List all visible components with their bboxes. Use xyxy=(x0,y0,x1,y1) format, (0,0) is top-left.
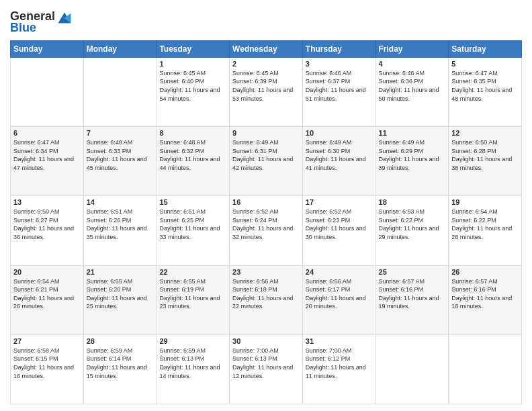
day-info: Sunrise: 6:45 AM Sunset: 6:40 PM Dayligh… xyxy=(159,69,226,103)
calendar-cell xyxy=(11,57,84,126)
day-info: Sunrise: 6:58 AM Sunset: 6:15 PM Dayligh… xyxy=(13,347,81,380)
day-number: 9 xyxy=(232,129,300,137)
day-number: 31 xyxy=(306,337,373,345)
calendar-cell: 23Sunrise: 6:56 AM Sunset: 6:18 PM Dayli… xyxy=(230,265,303,334)
day-info: Sunrise: 7:00 AM Sunset: 6:13 PM Dayligh… xyxy=(232,347,300,380)
day-number: 3 xyxy=(306,60,373,68)
day-number: 25 xyxy=(379,268,446,276)
page: General Blue SundayMondayTuesdayWednesda… xyxy=(0,0,532,411)
day-number: 14 xyxy=(87,198,154,206)
weekday-header: Wednesday xyxy=(230,40,303,57)
day-info: Sunrise: 6:59 AM Sunset: 6:13 PM Dayligh… xyxy=(159,347,226,380)
day-info: Sunrise: 6:48 AM Sunset: 6:33 PM Dayligh… xyxy=(87,138,154,172)
day-number: 16 xyxy=(232,198,300,206)
calendar-cell xyxy=(83,57,157,126)
day-info: Sunrise: 6:51 AM Sunset: 6:25 PM Dayligh… xyxy=(159,208,226,241)
day-info: Sunrise: 6:56 AM Sunset: 6:18 PM Dayligh… xyxy=(232,277,300,311)
calendar-cell: 27Sunrise: 6:58 AM Sunset: 6:15 PM Dayli… xyxy=(11,334,84,404)
day-number: 1 xyxy=(159,60,226,68)
day-info: Sunrise: 6:53 AM Sunset: 6:22 PM Dayligh… xyxy=(379,208,446,241)
day-number: 22 xyxy=(159,268,226,276)
day-number: 12 xyxy=(451,129,519,137)
day-info: Sunrise: 6:57 AM Sunset: 6:16 PM Dayligh… xyxy=(451,277,519,311)
calendar-cell: 3Sunrise: 6:46 AM Sunset: 6:37 PM Daylig… xyxy=(302,57,375,126)
day-info: Sunrise: 6:50 AM Sunset: 6:27 PM Dayligh… xyxy=(13,208,81,241)
calendar-cell: 16Sunrise: 6:52 AM Sunset: 6:24 PM Dayli… xyxy=(230,196,303,265)
calendar-cell: 1Sunrise: 6:45 AM Sunset: 6:40 PM Daylig… xyxy=(157,57,230,126)
calendar-week-row: 6Sunrise: 6:47 AM Sunset: 6:34 PM Daylig… xyxy=(11,127,522,196)
day-info: Sunrise: 6:51 AM Sunset: 6:26 PM Dayligh… xyxy=(87,208,154,241)
day-number: 5 xyxy=(451,60,519,68)
day-number: 11 xyxy=(379,129,446,137)
day-info: Sunrise: 6:49 AM Sunset: 6:29 PM Dayligh… xyxy=(379,138,446,172)
day-info: Sunrise: 6:47 AM Sunset: 6:34 PM Dayligh… xyxy=(13,138,81,172)
day-number: 29 xyxy=(159,337,226,345)
weekday-header: Thursday xyxy=(302,40,375,57)
calendar-cell: 25Sunrise: 6:57 AM Sunset: 6:16 PM Dayli… xyxy=(375,265,449,334)
day-number: 30 xyxy=(232,337,300,345)
calendar-cell: 31Sunrise: 7:00 AM Sunset: 6:12 PM Dayli… xyxy=(302,334,375,404)
calendar-cell xyxy=(449,334,522,404)
day-info: Sunrise: 6:52 AM Sunset: 6:24 PM Dayligh… xyxy=(232,208,300,241)
calendar-week-row: 27Sunrise: 6:58 AM Sunset: 6:15 PM Dayli… xyxy=(11,334,522,404)
calendar-cell: 24Sunrise: 6:56 AM Sunset: 6:17 PM Dayli… xyxy=(302,265,375,334)
day-number: 10 xyxy=(306,129,373,137)
day-info: Sunrise: 7:00 AM Sunset: 6:12 PM Dayligh… xyxy=(306,347,373,380)
day-number: 6 xyxy=(13,129,81,137)
calendar-week-row: 1Sunrise: 6:45 AM Sunset: 6:40 PM Daylig… xyxy=(11,57,522,126)
day-info: Sunrise: 6:46 AM Sunset: 6:36 PM Dayligh… xyxy=(379,69,446,103)
day-number: 28 xyxy=(87,337,154,345)
calendar-cell: 22Sunrise: 6:55 AM Sunset: 6:19 PM Dayli… xyxy=(157,265,230,334)
day-info: Sunrise: 6:46 AM Sunset: 6:37 PM Dayligh… xyxy=(306,69,373,103)
day-info: Sunrise: 6:56 AM Sunset: 6:17 PM Dayligh… xyxy=(306,277,373,311)
weekday-header: Friday xyxy=(375,40,449,57)
day-number: 26 xyxy=(451,268,519,276)
calendar-cell: 21Sunrise: 6:55 AM Sunset: 6:20 PM Dayli… xyxy=(83,265,157,334)
calendar-cell: 5Sunrise: 6:47 AM Sunset: 6:35 PM Daylig… xyxy=(449,57,522,126)
day-number: 7 xyxy=(87,129,154,137)
weekday-header-row: SundayMondayTuesdayWednesdayThursdayFrid… xyxy=(11,40,522,57)
calendar-cell: 28Sunrise: 6:59 AM Sunset: 6:14 PM Dayli… xyxy=(83,334,157,404)
logo: General Blue xyxy=(10,9,72,35)
calendar-cell: 20Sunrise: 6:54 AM Sunset: 6:21 PM Dayli… xyxy=(11,265,84,334)
day-info: Sunrise: 6:52 AM Sunset: 6:23 PM Dayligh… xyxy=(306,208,373,241)
calendar-cell: 6Sunrise: 6:47 AM Sunset: 6:34 PM Daylig… xyxy=(11,127,84,196)
calendar-cell: 26Sunrise: 6:57 AM Sunset: 6:16 PM Dayli… xyxy=(449,265,522,334)
day-info: Sunrise: 6:54 AM Sunset: 6:21 PM Dayligh… xyxy=(13,277,81,311)
weekday-header: Saturday xyxy=(449,40,522,57)
day-info: Sunrise: 6:49 AM Sunset: 6:31 PM Dayligh… xyxy=(232,138,300,172)
day-number: 15 xyxy=(159,198,226,206)
day-info: Sunrise: 6:49 AM Sunset: 6:30 PM Dayligh… xyxy=(306,138,373,172)
day-number: 4 xyxy=(379,60,446,68)
calendar-cell: 29Sunrise: 6:59 AM Sunset: 6:13 PM Dayli… xyxy=(157,334,230,404)
calendar-cell xyxy=(375,334,449,404)
day-number: 27 xyxy=(13,337,81,345)
calendar-cell: 7Sunrise: 6:48 AM Sunset: 6:33 PM Daylig… xyxy=(83,127,157,196)
weekday-header: Sunday xyxy=(11,40,84,57)
day-info: Sunrise: 6:55 AM Sunset: 6:19 PM Dayligh… xyxy=(159,277,226,311)
calendar-week-row: 13Sunrise: 6:50 AM Sunset: 6:27 PM Dayli… xyxy=(11,196,522,265)
day-info: Sunrise: 6:50 AM Sunset: 6:28 PM Dayligh… xyxy=(451,138,519,172)
weekday-header: Monday xyxy=(83,40,157,57)
header: General Blue xyxy=(10,7,522,35)
calendar-cell: 11Sunrise: 6:49 AM Sunset: 6:29 PM Dayli… xyxy=(375,127,449,196)
day-number: 2 xyxy=(232,60,300,68)
calendar-cell: 14Sunrise: 6:51 AM Sunset: 6:26 PM Dayli… xyxy=(83,196,157,265)
day-info: Sunrise: 6:48 AM Sunset: 6:32 PM Dayligh… xyxy=(159,138,226,172)
day-number: 21 xyxy=(87,268,154,276)
day-number: 17 xyxy=(306,198,373,206)
day-number: 19 xyxy=(451,198,519,206)
calendar-cell: 8Sunrise: 6:48 AM Sunset: 6:32 PM Daylig… xyxy=(157,127,230,196)
day-info: Sunrise: 6:55 AM Sunset: 6:20 PM Dayligh… xyxy=(87,277,154,311)
day-info: Sunrise: 6:57 AM Sunset: 6:16 PM Dayligh… xyxy=(379,277,446,311)
day-number: 20 xyxy=(13,268,81,276)
calendar-cell: 13Sunrise: 6:50 AM Sunset: 6:27 PM Dayli… xyxy=(11,196,84,265)
calendar-week-row: 20Sunrise: 6:54 AM Sunset: 6:21 PM Dayli… xyxy=(11,265,522,334)
calendar-table: SundayMondayTuesdayWednesdayThursdayFrid… xyxy=(10,40,522,404)
calendar-cell: 4Sunrise: 6:46 AM Sunset: 6:36 PM Daylig… xyxy=(375,57,449,126)
day-number: 8 xyxy=(159,129,226,137)
calendar-cell: 12Sunrise: 6:50 AM Sunset: 6:28 PM Dayli… xyxy=(449,127,522,196)
day-info: Sunrise: 6:45 AM Sunset: 6:39 PM Dayligh… xyxy=(232,69,300,103)
day-info: Sunrise: 6:47 AM Sunset: 6:35 PM Dayligh… xyxy=(451,69,519,103)
day-number: 23 xyxy=(232,268,300,276)
